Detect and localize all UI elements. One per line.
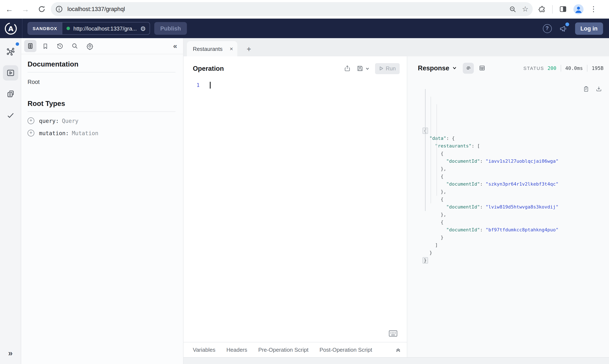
history-clock-icon [56,42,64,50]
json-line: }, [424,188,609,196]
profile-avatar[interactable] [573,4,583,14]
close-tab-button[interactable]: × [230,46,233,52]
document-icon [27,42,34,50]
expand-type-button[interactable]: + [27,130,34,136]
status-code: 200 [547,65,557,71]
keyboard-shortcuts-button[interactable] [389,330,398,337]
view-toggle-table[interactable] [476,63,487,74]
type-name[interactable]: Query [62,117,78,124]
url-text[interactable]: localhost:1337/graphql [67,6,509,12]
run-label: Run [386,65,396,72]
download-response-button[interactable] [596,86,602,92]
zoom-out-icon[interactable] [509,6,516,13]
announcements-button[interactable] [559,24,568,33]
response-header: Response STATUS 200 [407,56,609,80]
search-button[interactable] [69,40,81,52]
type-name[interactable]: Mutation [72,130,98,136]
sub-tab[interactable]: Variables [193,347,215,353]
docs-title: Documentation [27,60,175,68]
site-info-button[interactable] [54,4,64,14]
info-icon [55,5,63,13]
bookmarks-button[interactable] [39,40,51,52]
schema-graph-icon [6,47,15,56]
view-toggle-formatted[interactable] [463,63,474,74]
json-line: }, [424,211,609,219]
sidebar-item-checks[interactable] [3,108,18,123]
header-divider [22,19,23,38]
sub-tab[interactable]: Pre-Operation Script [258,347,309,353]
divider [27,111,175,112]
collections-diff-icon [6,90,15,99]
endpoint-url-input[interactable]: http://localhost:1337/gra... [73,25,137,32]
back-icon: ← [5,5,13,13]
json-line: "data": { [424,135,609,142]
line-number: 1 [183,82,200,88]
workspace: Restaurants × + Operation [183,38,609,364]
avatar-person-icon [573,4,583,14]
workspace-content: Operation Run [183,56,609,357]
sidebar-expand-button[interactable]: » [8,349,13,358]
page: ← → localhost:1337/graphql ☆ ⋮ [0,0,609,364]
json-line: { [424,127,609,135]
editor-sub-tabs: VariablesHeadersPre-Operation ScriptPost… [183,342,407,357]
operation-editor[interactable]: 1 [183,80,407,342]
copy-response-button[interactable] [583,86,590,92]
root-type-row: + mutation: Mutation [27,130,175,136]
collapse-docs-panel-button[interactable]: « [173,42,177,50]
status-label: STATUS [523,65,544,71]
sidebar-item-explorer[interactable] [3,65,18,80]
sub-tab[interactable]: Post-Operation Script [320,347,372,353]
docs-settings-button[interactable] [83,40,96,52]
share-operation-button[interactable] [344,65,351,72]
sub-tab[interactable]: Headers [226,347,247,353]
sandbox-badge: SANDBOX [28,23,62,34]
response-duration: 40.0ms [565,65,583,71]
json-line: "restaurants": [ [424,142,609,150]
docs-toolbar: « [21,38,183,54]
search-icon [71,42,78,50]
help-button[interactable]: ? [543,24,552,33]
meta-divider [561,65,561,71]
rail-notification-dot [15,42,19,46]
endpoint-settings-gear-icon[interactable]: ⚙ [140,25,146,32]
browser-back-button[interactable]: ← [3,3,15,15]
reload-icon [38,5,45,13]
browser-menu-button[interactable]: ⋮ [590,5,597,13]
indent-guide [431,97,431,203]
json-line: "documentId": "bf97tfdumkcc8ptahkng4puo" [424,226,609,234]
run-button[interactable]: Run [375,63,400,74]
collapse-sub-panels-button[interactable] [395,347,401,352]
bookmark-star-button[interactable]: ☆ [522,5,529,13]
sidebar-item-schema[interactable] [3,44,18,59]
root-link[interactable]: Root [27,79,40,85]
history-button[interactable] [54,40,66,52]
connection-status-dot [66,27,70,30]
field-name[interactable]: query: [39,117,59,124]
operation-tab[interactable]: Restaurants × [187,41,237,56]
login-button[interactable]: Log in [575,22,603,35]
json-line: { [424,173,609,181]
check-icon [6,111,15,120]
field-name[interactable]: mutation: [39,130,69,136]
indent-guide [437,104,437,196]
apollo-header: A SANDBOX http://localhost:1337/gra... ⚙… [0,19,609,38]
json-line: } [424,257,609,264]
root-type-row: + query: Query [27,117,175,124]
endpoint-group: SANDBOX http://localhost:1337/gra... ⚙ [27,22,150,35]
new-tab-button[interactable]: + [247,45,251,53]
browser-forward-button[interactable]: → [19,3,31,15]
response-json-code: { "data": { "restaurants": [ { "document… [407,80,609,357]
json-line: { [424,196,609,203]
sidebar-item-collections[interactable] [3,86,18,102]
save-operation-button[interactable] [356,65,364,72]
notification-dot [565,22,569,26]
browser-reload-button[interactable] [36,3,48,15]
expand-type-button[interactable]: + [27,117,34,124]
address-bar[interactable]: localhost:1337/graphql ☆ [51,2,533,16]
response-dropdown-button[interactable]: Response [418,64,457,72]
side-panel-button[interactable] [559,5,567,13]
extensions-button[interactable] [538,5,546,13]
docs-tab-button[interactable] [24,40,37,52]
save-dropdown-button[interactable] [365,66,370,71]
publish-button[interactable]: Publish [154,22,187,35]
